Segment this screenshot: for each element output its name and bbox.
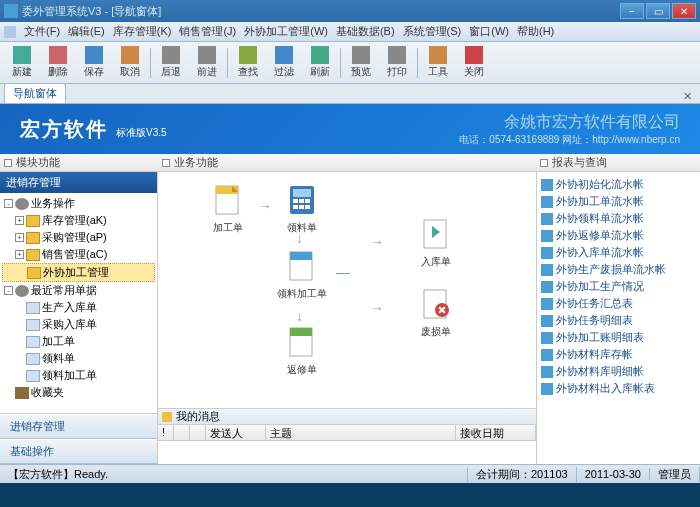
report-item-0[interactable]: 外协初始化流水帐 <box>539 176 698 193</box>
msg-col-flag[interactable]: ! <box>158 425 174 440</box>
report-list: 外协初始化流水帐外协加工单流水帐外协领料单流水帐外协返修单流水帐外协入库单流水帐… <box>537 172 700 464</box>
msg-col-3[interactable] <box>190 425 206 440</box>
tree-item-0[interactable]: -业务操作 <box>2 195 155 212</box>
close-button[interactable]: ✕ <box>672 3 696 19</box>
tree-item-7[interactable]: 采购入库单 <box>2 316 155 333</box>
tree-item-5[interactable]: -最近常用单据 <box>2 282 155 299</box>
report-item-1[interactable]: 外协加工单流水帐 <box>539 193 698 210</box>
doc-icon <box>284 248 320 284</box>
report-item-5[interactable]: 外协生产废损单流水帐 <box>539 261 698 278</box>
folder-icon <box>26 215 40 227</box>
tree-item-6[interactable]: 生产入库单 <box>2 299 155 316</box>
workflow-rkd[interactable]: 入库单 <box>408 216 464 269</box>
tool-工具[interactable]: 工具 <box>420 44 456 82</box>
doc-icon <box>418 286 454 322</box>
tool-过滤[interactable]: 过滤 <box>266 44 302 82</box>
status-date: 2011-03-30 <box>577 468 650 480</box>
expand-icon[interactable]: + <box>15 216 24 225</box>
expand-icon[interactable]: + <box>15 233 24 242</box>
tool-刷新[interactable]: 刷新 <box>302 44 338 82</box>
tool-删除[interactable]: 删除 <box>40 44 76 82</box>
titlebar: 委外管理系统V3 - [导航窗体] − ▭ ✕ <box>0 0 700 22</box>
menu-5[interactable]: 基础数据(B) <box>336 24 395 39</box>
report-item-7[interactable]: 外协任务汇总表 <box>539 295 698 312</box>
svg-rect-9 <box>305 205 310 209</box>
expand-icon[interactable]: - <box>4 286 13 295</box>
doc-icon <box>284 324 320 360</box>
report-icon <box>541 247 553 259</box>
menu-2[interactable]: 库存管理(K) <box>113 24 172 39</box>
tabbar: 导航窗体 ✕ <box>0 84 700 104</box>
msg-col-sender[interactable]: 发送人 <box>206 425 266 440</box>
tool-查找[interactable]: 查找 <box>230 44 266 82</box>
menu-3[interactable]: 销售管理(J) <box>179 24 236 39</box>
svg-rect-7 <box>293 205 298 209</box>
tool-关闭[interactable]: 关闭 <box>456 44 492 82</box>
tree-item-1[interactable]: +库存管理(aK) <box>2 212 155 229</box>
report-icon <box>541 332 553 344</box>
report-item-12[interactable]: 外协材料出入库帐表 <box>539 380 698 397</box>
app-icon <box>4 4 18 18</box>
report-item-11[interactable]: 外协材料库明细帐 <box>539 363 698 380</box>
tool-新建[interactable]: 新建 <box>4 44 40 82</box>
sidebar-section-1[interactable]: 基础操作 <box>0 439 157 464</box>
tool-icon <box>121 46 139 64</box>
report-icon <box>541 383 553 395</box>
msg-col-date[interactable]: 接收日期 <box>456 425 536 440</box>
report-item-3[interactable]: 外协返修单流水帐 <box>539 227 698 244</box>
status-ready: 【宏方软件】Ready. <box>0 467 468 482</box>
tab-close-button[interactable]: ✕ <box>679 90 696 103</box>
sidebar-header: 进销存管理 <box>0 172 157 193</box>
workflow-fxd[interactable]: 返修单 <box>274 324 330 377</box>
tree-item-11[interactable]: 收藏夹 <box>2 384 155 401</box>
tool-打印[interactable]: 打印 <box>379 44 415 82</box>
report-item-2[interactable]: 外协领料单流水帐 <box>539 210 698 227</box>
workflow-jgd[interactable]: 加工单 <box>200 182 256 235</box>
menu-7[interactable]: 窗口(W) <box>469 24 509 39</box>
control-icon[interactable] <box>4 26 16 38</box>
menu-8[interactable]: 帮助(H) <box>517 24 554 39</box>
workflow-lld[interactable]: 领料单 <box>274 182 330 235</box>
tool-icon <box>198 46 216 64</box>
banner: 宏方软件 标准版V3.5 余姚市宏方软件有限公司 电话：0574-6316988… <box>0 104 700 154</box>
msg-col-2[interactable] <box>174 425 190 440</box>
menu-4[interactable]: 外协加工管理(W) <box>244 24 328 39</box>
tree-item-8[interactable]: 加工单 <box>2 333 155 350</box>
tree-item-9[interactable]: 领料单 <box>2 350 155 367</box>
msg-col-subject[interactable]: 主题 <box>266 425 456 440</box>
report-item-4[interactable]: 外协入库单流水帐 <box>539 244 698 261</box>
tool-后退[interactable]: 后退 <box>153 44 189 82</box>
report-item-6[interactable]: 外协加工生产情况 <box>539 278 698 295</box>
tool-前进[interactable]: 前进 <box>189 44 225 82</box>
tool-预览[interactable]: 预览 <box>343 44 379 82</box>
tool-icon <box>275 46 293 64</box>
tree-item-10[interactable]: 领料加工单 <box>2 367 155 384</box>
minimize-button[interactable]: − <box>620 3 644 19</box>
workflow-fsd[interactable]: 废损单 <box>408 286 464 339</box>
workflow-lljgd[interactable]: 领料加工单 <box>274 248 330 301</box>
maximize-button[interactable]: ▭ <box>646 3 670 19</box>
tree-item-3[interactable]: +销售管理(aC) <box>2 246 155 263</box>
report-item-8[interactable]: 外协任务明细表 <box>539 312 698 329</box>
menu-6[interactable]: 系统管理(S) <box>403 24 462 39</box>
menu-1[interactable]: 编辑(E) <box>68 24 105 39</box>
expand-icon[interactable]: + <box>15 250 24 259</box>
report-item-9[interactable]: 外协加工账明细表 <box>539 329 698 346</box>
tree-item-4[interactable]: 外协加工管理 <box>2 263 155 282</box>
tool-保存[interactable]: 保存 <box>76 44 112 82</box>
tree-item-2[interactable]: +采购管理(aP) <box>2 229 155 246</box>
message-columns: ! 发送人 主题 接收日期 <box>158 425 536 441</box>
tab-nav[interactable]: 导航窗体 <box>4 83 66 103</box>
menu-0[interactable]: 文件(F) <box>24 24 60 39</box>
workflow-canvas: 加工单领料单领料加工单入库单废损单返修单→↓—→→↓ <box>158 172 536 408</box>
report-item-10[interactable]: 外协材料库存帐 <box>539 346 698 363</box>
sidebar-section-0[interactable]: 进销存管理 <box>0 414 157 439</box>
doc-icon <box>284 182 320 218</box>
file-icon <box>26 302 40 314</box>
tool-取消[interactable]: 取消 <box>112 44 148 82</box>
main-area: 进销存管理 -业务操作+库存管理(aK)+采购管理(aP)+销售管理(aC)外协… <box>0 172 700 464</box>
expand-icon[interactable]: - <box>4 199 13 208</box>
folder-icon <box>26 249 40 261</box>
people-icon <box>15 387 29 399</box>
window-title: 委外管理系统V3 - [导航窗体] <box>22 4 620 19</box>
